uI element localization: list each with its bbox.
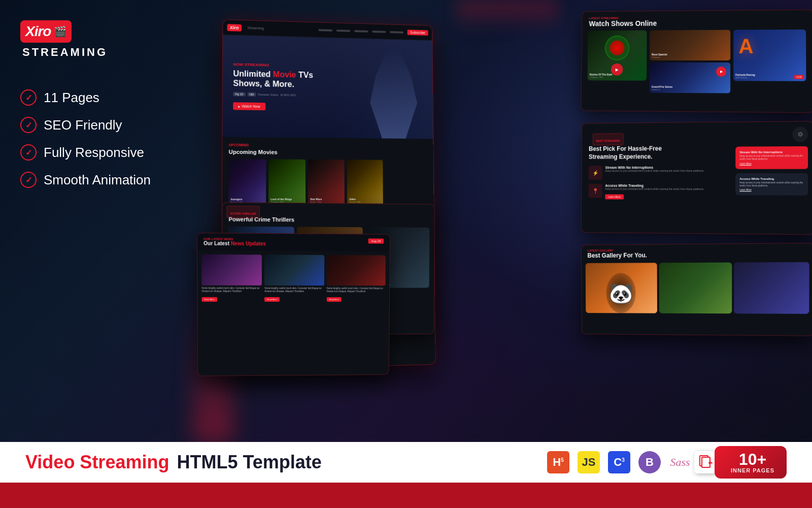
meta-info: Romansh, Drama (258, 93, 279, 97)
brand-subtitle: STREAMING (22, 46, 213, 59)
fc-dark-title: Access While Traveling (739, 177, 804, 180)
news-card-3[interactable]: Some lengthy useful much dem. Curiosita'… (326, 255, 385, 302)
movie-card-overlay-4: Joker Drama • 8.5k (349, 198, 381, 203)
news-read-more-2[interactable]: Read More (264, 297, 280, 302)
news-card-1[interactable]: Some lengthy useful much dem. Curiosita'… (201, 255, 262, 302)
hero-title: Unlimited Movie TVsShows, & More. (233, 69, 313, 89)
gallery-bg-3 (734, 262, 809, 314)
movie-card-avengers[interactable]: Avengers Action • 7.4k (228, 159, 266, 205)
logo-play-icon: 🎬 (54, 25, 66, 38)
nav-logo: Xiro (227, 24, 241, 31)
screens-container: Xiro Streaming Subscribe Now Streaming U… (198, 10, 812, 442)
feature-item-2: 📍 Access While Traveling Keep access to … (589, 184, 724, 200)
feature-icon-box-2: 📍 (589, 184, 602, 198)
screen-gallery: Latest Gallery Best Gallery For You. 🐼 (581, 243, 812, 336)
gallery-thumb-3[interactable] (734, 262, 809, 314)
watch-content: ▶ Stories Of The Dark 1 Season - S01 Rac… (582, 29, 812, 93)
gallery-row: 🐼 (582, 262, 812, 314)
meta-badge-2: HD (248, 92, 256, 97)
race-sub: 1 Season (652, 56, 728, 58)
thumb-sub-1: 1 Season - S01 (589, 76, 645, 78)
learn-more-btn[interactable]: Learn More (605, 195, 623, 200)
pages-badge-container: ✏ 10+ INNER PAGES (704, 446, 787, 479)
play-btn-small[interactable]: ▶ (716, 67, 726, 77)
nav-subscribe-btn[interactable]: Subscribe (407, 29, 428, 36)
news-text-3: Some lengthy useful much dem. Curiosita'… (326, 287, 385, 293)
bootstrap-icon: B (638, 451, 661, 473)
feature-label-animation: Smooth Animation (44, 172, 151, 188)
red-eyes (610, 41, 624, 56)
tech-icons: H5 JS C3 B Sass ✏ (547, 446, 787, 479)
watch-thumb-blue[interactable]: A Formula Racing 2023 Season LIVE (733, 29, 806, 81)
news-text-2: Some lengthy useful much dem. Curiosita'… (264, 287, 324, 293)
bottom-white-bar: Video Streaming HTML5 Template H5 JS C3 … (0, 442, 812, 483)
news-highlight: News Updates (231, 241, 266, 247)
news-text-1: Some lengthy useful much dem. Curiosita'… (201, 287, 262, 293)
nav-link-2 (336, 29, 350, 32)
logo-container: Xiro 🎬 (20, 20, 213, 43)
check-icon-pages (20, 89, 37, 106)
news-header: Our Latest News Our Latest News Updates … (197, 233, 390, 251)
letter-display: A (738, 35, 753, 58)
hero-meta: Pg 15 HD Romansh, Drama 16 NOV 2023 (233, 92, 313, 98)
features-list: 11 Pages SEO Friendly Fully Responsive S… (20, 89, 213, 188)
css3-icon: C3 (608, 451, 630, 473)
gallery-header: Latest Gallery Best Gallery For You. (582, 243, 812, 263)
fc-dark-desc: Keep access to your entertainment conten… (739, 181, 804, 187)
screen-streaming-exp: Best Streaming Best Pick For Hassle-Free… (581, 121, 812, 235)
fc-dark-link[interactable]: Learn More (739, 189, 804, 192)
upcoming-title: Upcoming Movies (229, 149, 428, 156)
feature-card-red: Stream With No Interruptions Keep access… (735, 146, 808, 169)
news-img-2 (264, 255, 324, 285)
news-grid: Some lengthy useful much dem. Curiosita'… (197, 250, 390, 306)
bottom-title: Video Streaming (25, 452, 169, 473)
feature-text-2: Access While Traveling Keep access to yo… (605, 184, 704, 200)
hero-section: Now Streaming Unlimited Movie TVsShows, … (222, 35, 433, 139)
movie-card-lotr[interactable]: Lord of the Rings Fantasy • 8.8k (268, 159, 306, 205)
watch-thumbnails-right: Race Special 1 Season ▶ Grand Prix Serie… (650, 30, 731, 93)
gear-icon: ⚙ (792, 126, 808, 142)
streaming-right: ⚙ Stream With No Interruptions Keep acce… (730, 121, 812, 234)
meta-badge-1: Pg 15 (233, 92, 245, 96)
news-img-3 (327, 255, 386, 285)
thumb-text-race1: Race Special 1 Season (652, 53, 728, 58)
race2-sub: Season 2 (652, 88, 728, 91)
pages-badge: 10+ INNER PAGES (715, 446, 787, 479)
feature-item-seo: SEO Friendly (20, 117, 213, 133)
news-read-more-3[interactable]: Read More (326, 297, 342, 302)
fc-red-desc: Keep access to your entertainment conten… (739, 154, 804, 161)
movie-card-joker[interactable]: Joker Drama • 8.5k (347, 160, 383, 205)
movie-cards-row: Avengers Action • 7.4k Lord of the Rings… (228, 159, 428, 205)
js-icon: JS (578, 451, 600, 473)
watch-now-btn[interactable]: Watch Now (233, 103, 265, 111)
watch-header-text: Latest Streaming Watch Shows Online (589, 16, 657, 28)
news-title: Our Latest News Updates (204, 240, 266, 246)
sass-symbol: Sass (670, 456, 690, 469)
news-card-2[interactable]: Some lengthy useful much dem. Curiosita'… (264, 255, 324, 302)
css3-symbol: C3 (614, 456, 624, 469)
gallery-thumb-2[interactable] (659, 263, 732, 314)
news-read-more-1[interactable]: Read More (201, 297, 217, 302)
feature-icon-box-1: ⚡ (589, 166, 602, 180)
watch-thumb-green[interactable]: ▶ Stories Of The Dark 1 Season - S01 (587, 30, 647, 81)
check-icon-animation (20, 172, 37, 188)
fc-red-link[interactable]: Learn More (739, 162, 804, 165)
bottom-bar: Video Streaming HTML5 Template H5 JS C3 … (0, 442, 812, 508)
streaming-left: Best Streaming Best Pick For Hassle-Free… (582, 122, 730, 234)
pages-count: 10+ (739, 451, 766, 467)
gallery-thumb-1[interactable]: 🐼 (586, 263, 657, 313)
movie-card-starwars[interactable]: Star Wars Sci-Fi • 7.5k (308, 160, 345, 205)
nav-link-3 (354, 30, 368, 33)
crime-header: Action Thriller Powerful Crime Thrillers (222, 203, 434, 228)
stream-icon: ⚡ (592, 170, 598, 176)
sass-icon: Sass (669, 451, 691, 473)
feature-text-1: Stream With No Interruptions Keep access… (605, 166, 704, 173)
watch-thumb-race1[interactable]: Race Special 1 Season (650, 30, 730, 60)
news-date-badge: Aug 28 (368, 238, 384, 243)
left-panel: Xiro 🎬 STREAMING 11 Pages SEO Friendly F… (20, 20, 213, 199)
feature-desc-2: Keep access to your entertainment conten… (605, 187, 704, 191)
watch-thumb-race2[interactable]: ▶ Grand Prix Series Season 2 (650, 62, 730, 93)
live-badge: LIVE (794, 75, 804, 79)
gallery-title: Best Gallery For You. (587, 250, 807, 259)
js-symbol: JS (582, 456, 596, 469)
